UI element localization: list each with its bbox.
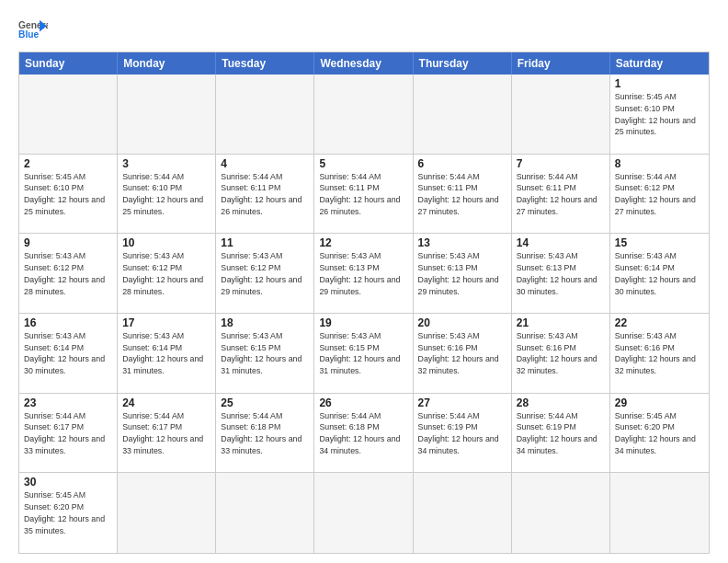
calendar-grid: 1Sunrise: 5:45 AMSunset: 6:10 PMDaylight… [19,75,709,553]
day-header-monday: Monday [118,52,216,75]
day-cell-17: 17Sunrise: 5:43 AMSunset: 6:14 PMDayligh… [118,314,216,394]
empty-cell [216,473,314,553]
day-cell-10: 10Sunrise: 5:43 AMSunset: 6:12 PMDayligh… [118,234,216,314]
day-cell-12: 12Sunrise: 5:43 AMSunset: 6:13 PMDayligh… [314,234,413,314]
empty-cell [118,473,216,553]
day-cell-15: 15Sunrise: 5:43 AMSunset: 6:14 PMDayligh… [610,234,709,314]
empty-cell [414,473,512,553]
empty-cell [512,473,610,553]
day-cell-26: 26Sunrise: 5:44 AMSunset: 6:18 PMDayligh… [314,394,413,474]
day-cell-22: 22Sunrise: 5:43 AMSunset: 6:16 PMDayligh… [610,314,709,394]
day-cell-21: 21Sunrise: 5:43 AMSunset: 6:16 PMDayligh… [512,314,610,394]
day-cell-1: 1Sunrise: 5:45 AMSunset: 6:10 PMDaylight… [610,75,709,155]
day-cell-19: 19Sunrise: 5:43 AMSunset: 6:15 PMDayligh… [314,314,413,394]
day-cell-9: 9Sunrise: 5:43 AMSunset: 6:12 PMDaylight… [19,234,118,314]
day-header-sunday: Sunday [19,52,118,75]
logo: General Blue [18,15,48,44]
day-cell-20: 20Sunrise: 5:43 AMSunset: 6:16 PMDayligh… [414,314,512,394]
day-cell-28: 28Sunrise: 5:44 AMSunset: 6:19 PMDayligh… [512,394,610,474]
day-headers-row: SundayMondayTuesdayWednesdayThursdayFrid… [19,52,709,75]
day-cell-24: 24Sunrise: 5:44 AMSunset: 6:17 PMDayligh… [118,394,216,474]
day-cell-14: 14Sunrise: 5:43 AMSunset: 6:13 PMDayligh… [512,234,610,314]
empty-cell [118,75,216,155]
day-cell-7: 7Sunrise: 5:44 AMSunset: 6:11 PMDaylight… [512,155,610,235]
empty-cell [314,473,413,553]
day-header-tuesday: Tuesday [216,52,314,75]
empty-cell [512,75,610,155]
day-header-thursday: Thursday [414,52,512,75]
day-cell-13: 13Sunrise: 5:43 AMSunset: 6:13 PMDayligh… [414,234,512,314]
day-cell-23: 23Sunrise: 5:44 AMSunset: 6:17 PMDayligh… [19,394,118,474]
day-cell-25: 25Sunrise: 5:44 AMSunset: 6:18 PMDayligh… [216,394,314,474]
day-cell-29: 29Sunrise: 5:45 AMSunset: 6:20 PMDayligh… [610,394,709,474]
day-cell-6: 6Sunrise: 5:44 AMSunset: 6:11 PMDaylight… [414,155,512,235]
day-cell-4: 4Sunrise: 5:44 AMSunset: 6:11 PMDaylight… [216,155,314,235]
day-cell-11: 11Sunrise: 5:43 AMSunset: 6:12 PMDayligh… [216,234,314,314]
day-cell-18: 18Sunrise: 5:43 AMSunset: 6:15 PMDayligh… [216,314,314,394]
svg-text:Blue: Blue [18,29,39,40]
calendar: SundayMondayTuesdayWednesdayThursdayFrid… [18,52,710,554]
day-header-friday: Friday [512,52,610,75]
empty-cell [216,75,314,155]
day-header-saturday: Saturday [610,52,709,75]
empty-cell [414,75,512,155]
day-cell-16: 16Sunrise: 5:43 AMSunset: 6:14 PMDayligh… [19,314,118,394]
day-cell-3: 3Sunrise: 5:44 AMSunset: 6:10 PMDaylight… [118,155,216,235]
day-cell-30: 30Sunrise: 5:45 AMSunset: 6:20 PMDayligh… [19,473,118,553]
empty-cell [19,75,118,155]
day-cell-27: 27Sunrise: 5:44 AMSunset: 6:19 PMDayligh… [414,394,512,474]
day-cell-8: 8Sunrise: 5:44 AMSunset: 6:12 PMDaylight… [610,155,709,235]
day-cell-2: 2Sunrise: 5:45 AMSunset: 6:10 PMDaylight… [19,155,118,235]
day-cell-5: 5Sunrise: 5:44 AMSunset: 6:11 PMDaylight… [314,155,413,235]
day-header-wednesday: Wednesday [314,52,413,75]
empty-cell [610,473,709,553]
empty-cell [314,75,413,155]
